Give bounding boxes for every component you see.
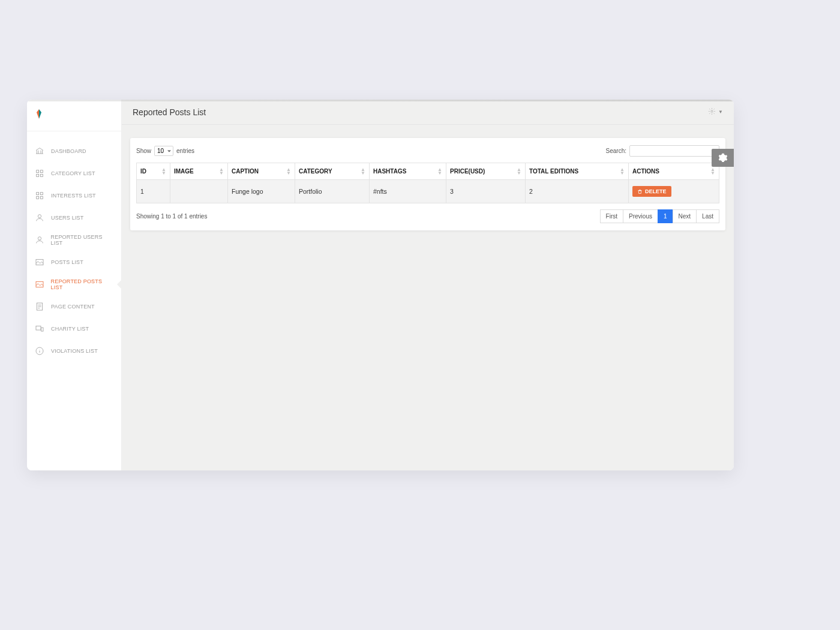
col-actions[interactable]: ACTIONS▲▼	[629, 163, 719, 180]
svg-rect-0	[37, 170, 39, 172]
sidebar-item-label: REPORTED POSTS LIST	[51, 278, 114, 290]
sidebar-item-reported-users-list[interactable]: REPORTED USERS LIST	[27, 229, 121, 251]
table-footer: Showing 1 to 1 of 1 entries First Previo…	[136, 209, 719, 223]
image-icon	[34, 257, 45, 268]
svg-rect-6	[37, 196, 39, 199]
entries-select[interactable]: 10	[154, 146, 173, 156]
content: Show 10 entries Search:	[122, 125, 734, 244]
sidebar-item-label: USERS LIST	[51, 215, 84, 221]
pager-last[interactable]: Last	[696, 209, 719, 223]
grid-icon	[34, 168, 45, 179]
sort-icon: ▲▼	[620, 168, 625, 175]
delete-label: DELETE	[645, 188, 667, 194]
sidebar-item-label: REPORTED USERS LIST	[50, 234, 114, 246]
svg-rect-1	[40, 170, 43, 172]
cell-price: 3	[446, 180, 526, 203]
svg-rect-7	[40, 196, 43, 199]
pager-first[interactable]: First	[600, 209, 623, 223]
svg-point-16	[711, 110, 713, 112]
svg-point-8	[38, 214, 41, 217]
col-caption[interactable]: CAPTION▲▼	[228, 163, 295, 180]
sidebar-nav: DASHBOARD CATEGORY LIST INTERESTS LIST U…	[27, 131, 121, 362]
entries-label: entries	[176, 148, 194, 154]
cell-actions: DELETE	[629, 180, 719, 203]
sidebar-item-label: POSTS LIST	[51, 259, 83, 265]
header-settings-dropdown[interactable]: ▼	[708, 107, 723, 118]
table-toolbar: Show 10 entries Search:	[136, 145, 719, 157]
floating-settings-button[interactable]	[712, 149, 734, 167]
page-header: Reported Posts List ▼	[122, 100, 734, 125]
search-input[interactable]	[629, 145, 719, 157]
chevron-down-icon: ▼	[718, 109, 723, 115]
logo-area	[27, 100, 121, 131]
cell-editions: 2	[526, 180, 629, 203]
search-label: Search:	[606, 148, 626, 154]
sidebar-item-violations-list[interactable]: VIOLATIONS LIST	[27, 340, 121, 362]
cell-image	[170, 180, 228, 203]
document-icon	[34, 301, 45, 312]
page-title: Reported Posts List	[133, 107, 206, 117]
user-icon	[34, 212, 45, 223]
app-logo-icon	[34, 108, 44, 120]
col-hashtags[interactable]: HASHTAGS▲▼	[370, 163, 446, 180]
grid-icon	[34, 190, 45, 201]
cell-caption: Funge logo	[228, 180, 295, 203]
col-total-editions[interactable]: TOTAL EDITIONS▲▼	[526, 163, 629, 180]
sidebar-item-category-list[interactable]: CATEGORY LIST	[27, 162, 121, 184]
sidebar-item-label: VIOLATIONS LIST	[51, 348, 98, 354]
sidebar-item-dashboard[interactable]: DASHBOARD	[27, 140, 121, 162]
svg-rect-4	[37, 192, 39, 194]
sidebar-item-reported-posts-list[interactable]: REPORTED POSTS LIST	[27, 273, 121, 295]
sort-icon: ▲▼	[361, 168, 365, 175]
table-card: Show 10 entries Search:	[130, 138, 725, 230]
svg-rect-13	[36, 326, 41, 330]
cell-hashtags: #nfts	[370, 180, 446, 203]
search-wrap: Search:	[606, 145, 719, 157]
col-id[interactable]: ID▲▼	[137, 163, 170, 180]
bank-icon	[34, 146, 45, 157]
pager-page-1[interactable]: 1	[658, 209, 673, 223]
info-icon	[34, 346, 45, 356]
col-price[interactable]: PRICE(USD)▲▼	[446, 163, 526, 180]
sort-icon: ▲▼	[710, 168, 715, 175]
app-window: DASHBOARD CATEGORY LIST INTERESTS LIST U…	[27, 100, 734, 470]
sort-icon: ▲▼	[517, 168, 521, 175]
delete-button[interactable]: DELETE	[632, 186, 671, 197]
gear-icon	[708, 107, 716, 118]
trash-icon	[637, 189, 643, 194]
sort-icon: ▲▼	[437, 168, 442, 175]
sidebar-item-posts-list[interactable]: POSTS LIST	[27, 251, 121, 273]
col-category[interactable]: CATEGORY▲▼	[295, 163, 370, 180]
svg-rect-5	[40, 192, 43, 194]
sidebar-item-label: INTERESTS LIST	[51, 193, 96, 199]
main-area: Reported Posts List ▼ Show 10 entri	[122, 100, 734, 470]
table-row: 1 Funge logo Portfolio #nfts 3 2 DELETE	[137, 180, 719, 203]
col-image[interactable]: IMAGE▲▼	[170, 163, 228, 180]
entries-selector: Show 10 entries	[136, 146, 194, 156]
user-icon	[34, 235, 44, 245]
sort-icon: ▲▼	[286, 168, 291, 175]
cell-id: 1	[137, 180, 170, 203]
sort-icon: ▲▼	[161, 168, 166, 175]
devices-icon	[34, 323, 45, 334]
svg-rect-14	[41, 328, 43, 331]
cell-category: Portfolio	[295, 180, 370, 203]
pager-next[interactable]: Next	[673, 209, 697, 223]
sidebar-item-label: DASHBOARD	[51, 148, 86, 154]
sidebar-item-charity-list[interactable]: CHARITY LIST	[27, 317, 121, 340]
table-info: Showing 1 to 1 of 1 entries	[136, 213, 207, 220]
sidebar-item-label: CATEGORY LIST	[51, 170, 95, 176]
svg-rect-2	[37, 174, 39, 176]
image-icon	[34, 279, 45, 290]
pager-previous[interactable]: Previous	[623, 209, 658, 223]
sidebar-item-page-content[interactable]: PAGE CONTENT	[27, 295, 121, 317]
svg-rect-3	[40, 174, 43, 176]
sidebar-item-label: CHARITY LIST	[51, 326, 89, 332]
pagination: First Previous 1 Next Last	[601, 209, 719, 223]
sidebar-item-interests-list[interactable]: INTERESTS LIST	[27, 184, 121, 206]
svg-point-9	[38, 236, 41, 239]
gear-icon	[718, 153, 728, 163]
sort-icon: ▲▼	[219, 168, 224, 175]
sidebar-item-label: PAGE CONTENT	[51, 304, 95, 310]
sidebar-item-users-list[interactable]: USERS LIST	[27, 206, 121, 229]
